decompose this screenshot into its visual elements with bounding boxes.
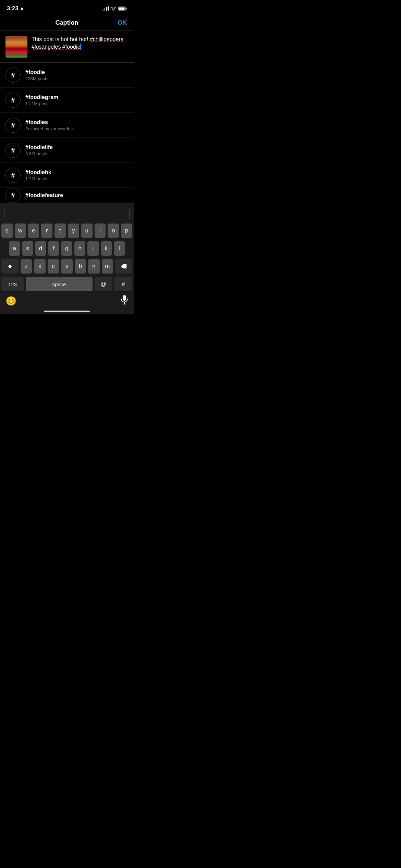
key-g[interactable]: g [61,241,72,256]
battery-icon [118,7,127,11]
ok-button[interactable]: OK [118,19,127,26]
svg-rect-1 [126,8,127,10]
microphone-icon [121,295,128,305]
key-d[interactable]: d [35,241,46,256]
time-display: 3:23 [7,5,19,12]
row2-spacer-left [1,241,7,256]
post-thumbnail [5,36,27,58]
numbers-label: 123 [8,281,17,287]
backspace-icon [121,264,127,269]
list-item[interactable]: # #foodiefeature [0,188,134,203]
caption-area[interactable]: This post is hot hot hot! #chillipeppers… [0,31,134,63]
key-e[interactable]: e [28,224,39,238]
key-x[interactable]: x [34,259,45,274]
key-t[interactable]: t [54,224,66,238]
hashtag-circle-icon: # [5,188,21,203]
hashtag-meta: Followed by vanwinefest [25,126,74,131]
hash-key[interactable]: # [114,277,132,291]
key-i[interactable]: i [95,224,106,238]
hash-label: # [122,281,125,288]
hashtag-info: #foodies Followed by vanwinefest [25,119,74,131]
key-q[interactable]: q [1,224,13,238]
keyboard: q w e r t y u i o p a s d f g h j k l [0,203,134,314]
nav-header: Caption OK [0,15,134,31]
backspace-key[interactable] [115,259,132,274]
hashtag-chillipeppers: #chillipeppers [90,36,123,42]
hashtag-info: #foodiegram 11.1M posts [25,94,58,106]
thumbnail-image [5,36,27,58]
key-n[interactable]: n [88,259,99,274]
key-k[interactable]: k [101,241,112,256]
hashtag-circle-icon: # [5,68,21,83]
caption-text-normal: This post is hot hot hot! [32,36,90,42]
home-indicator [0,308,134,314]
key-m[interactable]: m [102,259,113,274]
list-item[interactable]: # #foodies Followed by vanwinefest [0,113,134,138]
hashtag-meta: 238M posts [25,76,48,81]
svg-rect-3 [123,295,126,301]
hashtag-name: #foodiefeature [25,192,63,198]
hashtag-meta: 3.6M posts [25,151,53,156]
text-cursor [80,44,81,50]
wifi-icon [111,7,116,11]
hashtag-losangeles: #losangeles [32,44,61,50]
toolbar-separator-left [4,209,4,219]
hashtag-name: #foodie [25,69,48,75]
status-icons [102,7,127,11]
numbers-key[interactable]: 123 [1,277,24,291]
at-label: @ [100,281,106,288]
at-key[interactable]: @ [95,277,112,291]
key-u[interactable]: u [81,224,93,238]
key-s[interactable]: s [22,241,33,256]
status-time: 3:23 [7,5,24,12]
signal-icon [102,7,109,11]
key-c[interactable]: c [48,259,59,274]
hashtag-name: #foodies [25,119,74,125]
key-h[interactable]: h [74,241,85,256]
key-o[interactable]: o [108,224,119,238]
shift-key[interactable] [1,259,19,274]
key-v[interactable]: v [61,259,72,274]
key-y[interactable]: y [68,224,79,238]
key-a[interactable]: a [9,241,20,256]
hashtag-info: #foodiefeature [25,192,63,198]
keyboard-row-3: z x c v b n m [1,259,132,274]
hashtag-foodie-text: #foodie [62,44,81,50]
hashtag-circle-icon: # [5,93,21,108]
shift-icon [7,264,13,269]
space-label: space [52,281,66,287]
hashtag-circle-icon: # [5,118,21,133]
list-item[interactable]: # #foodie 238M posts [0,63,134,88]
space-key[interactable]: space [26,277,93,291]
list-item[interactable]: # #foodiehk 1.2M posts [0,163,134,188]
key-j[interactable]: j [87,241,98,256]
key-r[interactable]: r [41,224,52,238]
page-title: Caption [56,19,78,26]
key-z[interactable]: z [21,259,32,274]
keyboard-row-4: 123 space @ # [1,277,132,291]
key-w[interactable]: w [15,224,26,238]
mic-button[interactable] [121,295,128,307]
list-item[interactable]: # #foodielife 3.6M posts [0,138,134,163]
key-b[interactable]: b [75,259,86,274]
hashtag-info: #foodie 238M posts [25,69,48,81]
hashtag-name: #foodiehk [25,169,51,176]
key-p[interactable]: p [121,224,132,238]
hashtag-circle-icon: # [5,143,21,158]
hashtag-name: #foodiegram [25,94,58,100]
keyboard-row-1: q w e r t y u i o p [1,224,132,238]
toolbar-separator-right [129,209,130,219]
caption-input[interactable]: This post is hot hot hot! #chillipeppers… [32,36,128,58]
key-f[interactable]: f [48,241,59,256]
hashtag-info: #foodielife 3.6M posts [25,144,53,156]
location-icon [20,7,24,11]
emoji-button[interactable]: 😊 [5,296,16,306]
hashtag-info: #foodiehk 1.2M posts [25,169,51,181]
hashtag-circle-icon: # [5,168,21,183]
hashtag-meta: 11.1M posts [25,101,58,106]
row2-spacer-right [127,241,132,256]
key-l[interactable]: l [114,241,125,256]
home-bar [44,311,90,312]
hashtag-name: #foodielife [25,144,53,150]
list-item[interactable]: # #foodiegram 11.1M posts [0,88,134,113]
